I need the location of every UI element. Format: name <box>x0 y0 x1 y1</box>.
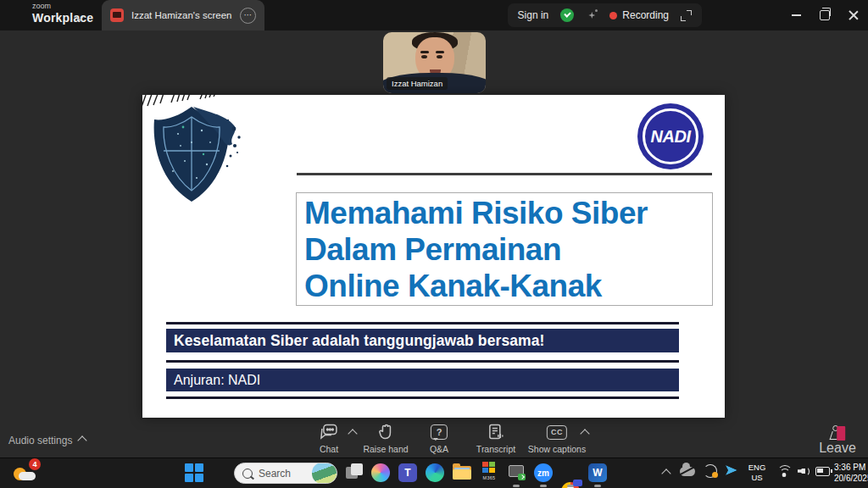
nadi-logo: NADI <box>637 103 704 169</box>
chat-label: Chat <box>320 444 338 454</box>
chrome-profile-badge <box>573 480 582 486</box>
ai-companion-icon[interactable] <box>586 9 598 21</box>
battery-icon[interactable] <box>815 467 830 476</box>
taskbar-search[interactable]: Search <box>234 463 337 484</box>
avatar-detail <box>420 51 429 53</box>
leave-label: Leave <box>819 441 856 456</box>
restore-button[interactable] <box>810 0 839 30</box>
teams-icon[interactable]: T <box>398 463 417 482</box>
participant-video-tile[interactable]: Izzat Hamizan <box>383 32 486 93</box>
cyber-shield-graphic <box>141 93 255 212</box>
restore-icon <box>820 10 830 20</box>
screen-share-app-icon[interactable] <box>507 463 526 482</box>
transcript-label: Transcript <box>476 444 515 454</box>
language-line1: ENG <box>743 463 771 473</box>
update-status-icon[interactable] <box>704 464 717 478</box>
show-captions-label: Show captions <box>528 444 586 454</box>
teams-icon-letter: T <box>404 467 410 479</box>
participant-name-label: Izzat Hamizan <box>387 77 448 90</box>
language-switcher[interactable]: ENG US <box>743 463 771 483</box>
transcript-button[interactable]: Transcript <box>476 424 515 454</box>
slide-banner-primary-text: Keselamatan Siber adalah tanggungjawab b… <box>174 332 544 350</box>
wifi-icon[interactable] <box>778 465 792 476</box>
transcript-icon <box>487 424 504 441</box>
more-options-icon[interactable]: ⋯ <box>240 8 256 24</box>
minimize-button[interactable] <box>782 0 810 30</box>
nadi-logo-text: NADI <box>651 127 691 147</box>
qa-icon-glyph: ? <box>437 427 442 437</box>
security-shield-icon[interactable] <box>560 8 574 22</box>
word-icon[interactable]: W <box>588 463 607 482</box>
file-explorer-icon[interactable] <box>453 463 471 482</box>
title-bar: zoom Workplace Izzat Hamizan's screen ⋯ … <box>0 0 868 30</box>
slide-divider <box>166 396 679 399</box>
close-button[interactable] <box>839 0 868 30</box>
chat-chevron-icon[interactable] <box>348 429 357 438</box>
chat-button[interactable]: Chat <box>320 424 338 454</box>
raise-hand-button[interactable]: Raise hand <box>363 424 408 454</box>
running-indicator <box>513 485 520 487</box>
task-view-button[interactable] <box>346 463 364 482</box>
running-indicator <box>594 485 601 487</box>
chat-icon <box>320 424 338 441</box>
avatar-detail <box>421 55 427 58</box>
app-brand[interactable]: zoom Workplace <box>32 3 93 25</box>
audio-settings-button[interactable]: Audio settings <box>8 435 86 446</box>
edge-icon[interactable] <box>426 463 444 482</box>
running-indicator <box>540 485 547 487</box>
slide-title-line: Memahami Risiko Siber <box>304 195 712 231</box>
recording-indicator[interactable]: Recording <box>609 9 669 21</box>
leave-door-icon <box>837 426 846 441</box>
show-captions-button[interactable]: CC Show captions <box>528 424 586 454</box>
nadi-logo-ring: NADI <box>643 108 698 164</box>
slide-divider <box>297 173 712 175</box>
avatar-detail <box>436 51 444 53</box>
minimize-icon <box>792 14 801 16</box>
copilot-icon[interactable] <box>371 463 390 482</box>
search-placeholder: Search <box>259 468 312 480</box>
slide-title-line: Dalam Permainan <box>304 231 712 268</box>
shared-slide: NADI Memahami Risiko Siber Dalam Permain… <box>142 95 725 418</box>
onedrive-icon[interactable] <box>680 467 695 476</box>
qa-icon: ? <box>431 424 448 441</box>
sign-in-button[interactable]: Sign in <box>518 9 549 21</box>
m365-squares <box>482 462 496 474</box>
cc-icon-glyph: CC <box>551 428 563 436</box>
slide-divider <box>166 322 679 324</box>
cloud-icon <box>19 472 36 480</box>
tab-shared-screen[interactable]: Izzat Hamizan's screen ⋯ <box>102 0 264 30</box>
meeting-toolbar: Audio settings Chat Raise hand <box>0 421 868 458</box>
start-button[interactable] <box>185 463 203 482</box>
fullscreen-icon[interactable] <box>681 10 692 21</box>
brand-workplace-label: Workplace <box>32 11 93 25</box>
task-view-icon-front <box>351 463 363 475</box>
raise-hand-label: Raise hand <box>363 444 408 454</box>
taskbar-weather-widget[interactable]: 4 <box>12 461 41 485</box>
titlebar-right-group: Sign in Recording <box>508 3 702 27</box>
qa-label: Q&A <box>430 444 448 454</box>
taskbar-clock[interactable]: 3:36 PM 20/6/2025 <box>834 463 865 484</box>
close-icon <box>849 10 859 20</box>
leave-button[interactable]: Leave <box>819 424 856 456</box>
slide-title-box: Memahami Risiko Siber Dalam Permainan On… <box>296 192 713 306</box>
captions-icon: CC <box>547 424 567 441</box>
recording-dot-icon <box>609 12 617 19</box>
qa-button[interactable]: ? Q&A <box>430 424 448 454</box>
zoom-icon-letters: zm <box>537 469 549 478</box>
avatar-detail <box>437 55 442 58</box>
m365-icon-label: M365 <box>483 475 496 480</box>
language-line2: US <box>743 473 771 483</box>
green-check-icon <box>518 474 526 480</box>
word-icon-letter: W <box>593 467 602 479</box>
notification-badge: 4 <box>29 458 41 470</box>
slide-banner-primary: Keselamatan Siber adalah tanggungjawab b… <box>166 329 679 352</box>
zoom-app-icon[interactable]: zm <box>534 463 553 482</box>
search-daily-image <box>312 463 337 484</box>
chevron-up-icon[interactable] <box>78 435 87 445</box>
m365-icon[interactable]: M365 <box>480 462 498 484</box>
screen-share-icon <box>110 8 124 22</box>
slide-banner-secondary-text: Anjuran: NADI <box>174 373 260 388</box>
raise-hand-icon <box>378 424 393 441</box>
speaker-icon[interactable] <box>798 466 810 476</box>
recording-label: Recording <box>622 9 669 21</box>
